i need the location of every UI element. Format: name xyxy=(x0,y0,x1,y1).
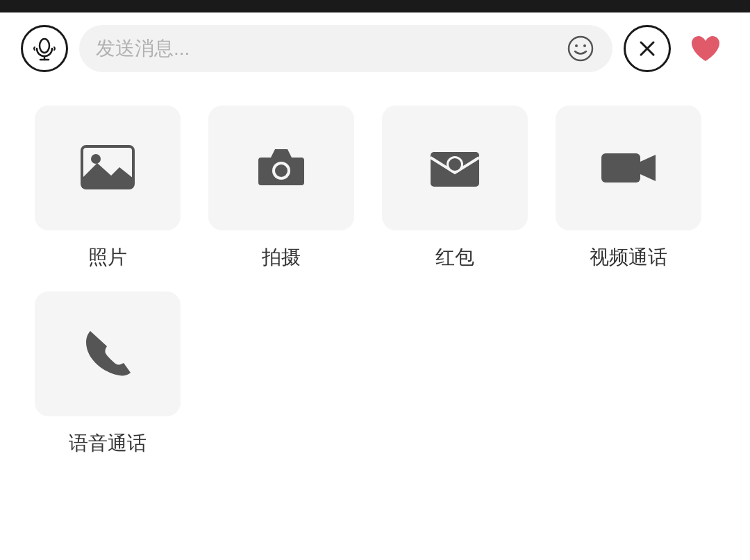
emoji-icon xyxy=(567,35,594,62)
redpacket-icon-box xyxy=(382,105,528,230)
grid-item-videocall[interactable]: 视频通话 xyxy=(556,105,701,271)
grid-row-2: 语音通话 xyxy=(35,291,715,457)
svg-rect-15 xyxy=(601,153,640,183)
grid-row-1: 照片 拍摄 红包 xyxy=(35,105,715,271)
image-icon xyxy=(76,137,139,199)
svg-point-5 xyxy=(583,44,586,47)
videocall-label: 视频通话 xyxy=(590,244,667,271)
svg-point-3 xyxy=(569,37,592,60)
grid-item-camera[interactable]: 拍摄 xyxy=(208,105,354,271)
camera-icon-box xyxy=(208,105,354,230)
top-bar xyxy=(0,0,750,12)
close-button[interactable] xyxy=(624,25,671,72)
voice-button[interactable] xyxy=(21,25,68,72)
envelope-icon xyxy=(424,137,486,199)
camera-icon xyxy=(250,137,312,199)
svg-point-11 xyxy=(275,164,288,177)
toolbar: 发送消息... xyxy=(0,12,750,85)
photo-icon-box xyxy=(35,105,181,230)
phone-icon xyxy=(76,323,139,385)
emoji-button[interactable] xyxy=(565,33,596,64)
grid-section: 照片 拍摄 红包 xyxy=(0,85,750,498)
search-input-container[interactable]: 发送消息... xyxy=(79,25,612,72)
photo-label: 照片 xyxy=(88,244,127,271)
svg-point-9 xyxy=(91,154,101,164)
svg-point-14 xyxy=(449,158,461,171)
svg-point-4 xyxy=(575,44,578,47)
voicecall-label: 语音通话 xyxy=(69,430,147,457)
search-placeholder: 发送消息... xyxy=(96,35,190,62)
voice-icon xyxy=(32,36,57,61)
redpacket-label: 红包 xyxy=(435,244,474,271)
camera-label: 拍摄 xyxy=(262,244,301,271)
heart-button[interactable] xyxy=(682,25,729,72)
voicecall-icon-box xyxy=(35,291,181,416)
grid-item-voicecall[interactable]: 语音通话 xyxy=(35,291,181,457)
grid-item-redpacket[interactable]: 红包 xyxy=(382,105,528,271)
grid-item-photo[interactable]: 照片 xyxy=(35,105,181,271)
svg-point-0 xyxy=(40,39,49,53)
videocall-icon-box xyxy=(556,105,701,230)
heart-icon xyxy=(688,31,724,67)
video-icon xyxy=(597,137,660,199)
close-icon xyxy=(635,37,659,60)
